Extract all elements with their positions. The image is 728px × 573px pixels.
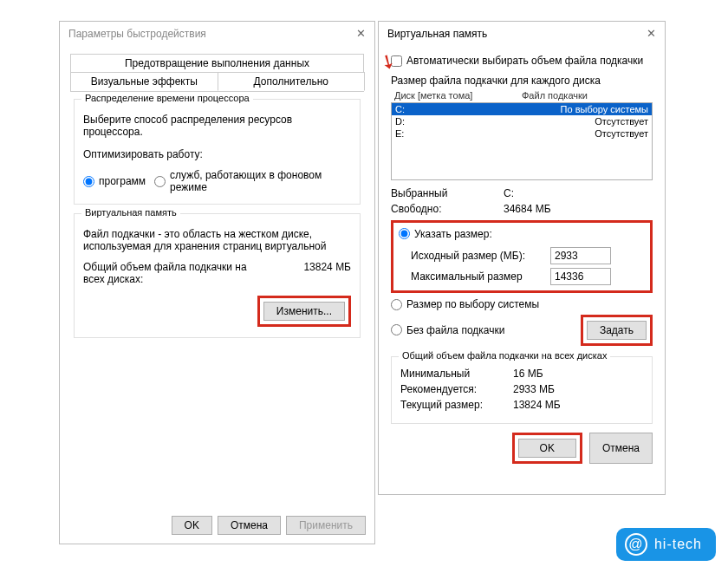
radio-services[interactable]: служб, работающих в фоновом режиме [154,169,342,193]
set-button[interactable]: Задать [587,321,647,340]
window-title: Виртуальная память [387,28,487,40]
radio-custom-size[interactable]: Указать размер: [399,228,492,240]
virtual-memory-group: Виртуальная память Файл подкачки - это о… [74,213,361,338]
rec-value: 2933 МБ [513,383,643,395]
cancel-button[interactable]: Отмена [589,433,653,464]
max-size-input[interactable] [550,268,611,285]
totals-title: Общий объем файла подкачки на всех диска… [399,350,610,361]
radio-programs[interactable]: программ [83,175,146,187]
selected-drive-value: C: [504,187,653,199]
radio-no-pagefile[interactable]: Без файла подкачки [391,324,504,336]
min-label: Минимальный [400,368,513,380]
dialog-footer: OK Отмена Применить [172,516,366,535]
total-label: Общий объем файла подкачки на всех диска… [83,261,257,285]
cpu-scheduling-group: Распределение времени процессора Выберит… [74,99,361,205]
initial-size-label: Исходный размер (МБ): [411,250,545,262]
max-size-label: Максимальный размер [411,270,545,283]
cancel-button[interactable]: Отмена [218,516,281,535]
group-title: Распределение времени процессора [81,93,253,103]
ok-button[interactable]: OK [518,439,576,458]
close-icon[interactable]: ✕ [647,27,656,40]
tab-dep[interactable]: Предотвращение выполнения данных [70,54,364,72]
col-drive: Диск [метка тома] [394,88,522,102]
col-pagefile: Файл подкачки [522,88,649,102]
watermark-text: hi-tech [654,537,702,552]
titlebar: Параметры быстродействия ✕ [60,22,374,46]
vm-desc: Файл подкачки - это область на жестком д… [83,228,351,252]
performance-options-window: Параметры быстродействия ✕ Предотвращени… [59,21,375,544]
list-item[interactable]: C:По выбору системы [392,103,652,115]
drive-list-label: Размер файла подкачки для каждого диска [391,75,653,87]
selected-drive-label: Выбранный [391,187,504,199]
drive-listbox[interactable]: C:По выбору системы D:Отсутствует E:Отсу… [391,102,653,180]
virtual-memory-window: Виртуальная память ✕ Автоматически выбир… [378,21,666,495]
list-item[interactable]: E:Отсутствует [392,127,652,140]
list-item[interactable]: D:Отсутствует [392,115,652,127]
min-value: 16 МБ [513,368,643,380]
free-label: Свободно: [391,203,504,215]
close-icon[interactable]: ✕ [356,27,366,40]
optimize-label: Оптимизировать работу: [83,148,351,160]
watermark-badge: @ hi-tech [616,528,716,561]
group-desc: Выберите способ распределения ресурсов п… [83,114,351,138]
radio-system-managed[interactable]: Размер по выбору системы [391,298,539,310]
auto-manage-checkbox[interactable]: Автоматически выбирать объем файла подка… [391,55,643,67]
cur-value: 13824 МБ [513,399,643,411]
change-button[interactable]: Изменить... [263,302,345,321]
free-value: 34684 МБ [504,203,653,215]
initial-size-input[interactable] [550,247,611,264]
at-icon: @ [625,533,647,556]
total-value: 13824 МБ [303,261,351,273]
tab-visual-effects[interactable]: Визуальные эффекты [70,72,218,91]
titlebar: Виртуальная память ✕ [379,22,665,46]
apply-button[interactable]: Применить [286,516,366,535]
rec-label: Рекомендуется: [400,383,513,395]
group-title: Виртуальная память [81,207,180,218]
cur-label: Текущий размер: [400,399,513,411]
tab-advanced[interactable]: Дополнительно [218,72,366,91]
window-title: Параметры быстродействия [68,28,206,40]
ok-button[interactable]: OK [172,516,212,535]
